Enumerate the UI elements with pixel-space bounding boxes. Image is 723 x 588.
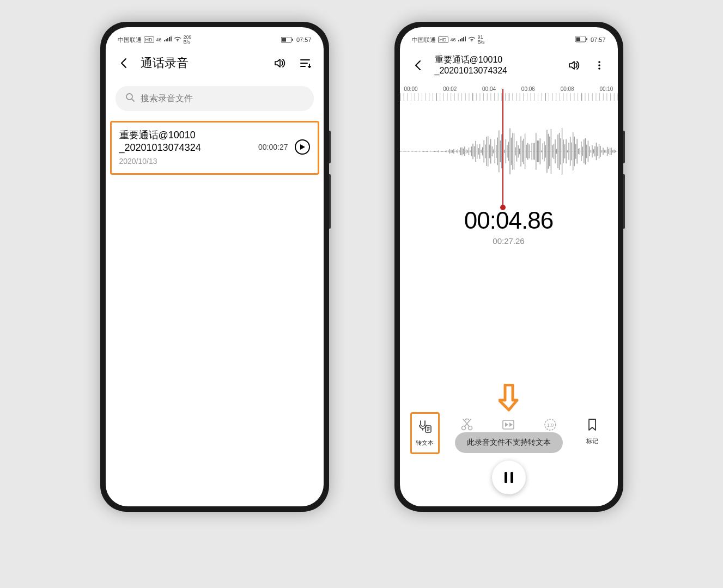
svg-point-7 [598, 61, 600, 63]
recording-list-item[interactable]: 重要通话@10010 _20201013074324 2020/10/13 00… [119, 129, 310, 166]
app-header: 重要通话@10010 _20201013074324 [400, 48, 618, 83]
ruler-tick-label: 00:02 [443, 86, 457, 92]
svg-rect-124 [555, 139, 555, 163]
svg-rect-157 [600, 146, 600, 157]
ruler-tick-label: 00:06 [521, 86, 535, 92]
svg-rect-168 [615, 150, 616, 152]
svg-rect-14 [404, 151, 404, 151]
svg-rect-136 [571, 142, 572, 160]
svg-rect-140 [576, 139, 577, 164]
svg-rect-80 [494, 139, 495, 163]
search-box[interactable] [116, 86, 314, 111]
search-input[interactable] [141, 94, 304, 103]
svg-rect-68 [478, 148, 478, 155]
svg-rect-49 [452, 150, 452, 152]
svg-rect-111 [537, 140, 537, 162]
timeline-ruler[interactable]: 00:00 00:02 00:04 00:06 00:08 00:10 [400, 83, 618, 101]
search-icon [125, 93, 135, 105]
svg-rect-148 [587, 140, 588, 162]
net-speed-unit: B/s [184, 39, 191, 45]
svg-rect-135 [569, 137, 570, 166]
phone-frame-left: 中国联通 HD 46 209 B/s 07:57 [100, 22, 329, 512]
svg-rect-139 [575, 144, 576, 158]
bookmark-button[interactable]: 标记 [578, 412, 607, 454]
playhead-indicator[interactable] [502, 89, 503, 208]
transcribe-button[interactable]: 转文本 [410, 412, 440, 454]
waveform-area[interactable] [400, 101, 618, 201]
svg-rect-119 [548, 133, 548, 168]
page-title: 重要通话@10010 _20201013074324 [435, 54, 558, 76]
svg-rect-145 [584, 139, 584, 163]
svg-rect-29 [424, 151, 425, 152]
svg-rect-100 [521, 140, 522, 162]
svg-rect-167 [613, 149, 614, 152]
svg-rect-112 [538, 140, 539, 162]
svg-rect-19 [411, 151, 411, 151]
hd-badge: HD [438, 36, 448, 43]
scissors-icon [460, 418, 474, 434]
svg-rect-48 [451, 149, 451, 152]
svg-rect-89 [507, 145, 507, 157]
svg-rect-129 [561, 128, 562, 175]
more-button[interactable] [591, 57, 608, 74]
back-button[interactable] [116, 54, 133, 72]
svg-rect-154 [596, 143, 596, 160]
speaker-button[interactable] [271, 54, 289, 72]
svg-rect-161 [605, 150, 606, 152]
svg-rect-126 [557, 134, 558, 168]
svg-rect-93 [512, 133, 513, 169]
waveform-icon [400, 113, 618, 189]
svg-rect-94 [513, 133, 514, 169]
pause-button[interactable] [492, 461, 526, 494]
back-button[interactable] [410, 57, 427, 74]
svg-rect-27 [422, 151, 422, 151]
svg-rect-98 [519, 149, 519, 154]
svg-rect-144 [582, 146, 582, 156]
total-time-label: 00:27.26 [400, 236, 618, 246]
svg-rect-142 [579, 148, 580, 155]
svg-rect-107 [531, 143, 532, 160]
svg-rect-12 [401, 151, 402, 151]
bookmark-icon [585, 418, 599, 434]
svg-rect-24 [417, 151, 418, 151]
svg-rect-37 [435, 151, 436, 152]
svg-rect-66 [475, 140, 476, 161]
svg-rect-115 [542, 143, 543, 159]
svg-point-9 [598, 68, 600, 70]
svg-text:1.0: 1.0 [547, 422, 554, 428]
svg-rect-102 [524, 133, 525, 169]
bottom-toolbar: 转文本 1.0 [400, 412, 618, 454]
recording-title-line2: _20201013074324 [119, 142, 201, 153]
svg-rect-133 [567, 150, 567, 152]
svg-rect-117 [545, 145, 545, 157]
svg-rect-53 [457, 149, 458, 154]
svg-rect-123 [553, 143, 554, 158]
svg-rect-156 [598, 144, 599, 158]
svg-rect-11 [400, 151, 400, 151]
svg-rect-43 [443, 151, 444, 151]
svg-rect-81 [496, 145, 496, 158]
skip-silence-icon [501, 418, 515, 434]
play-button[interactable] [295, 139, 310, 155]
sort-button[interactable] [296, 54, 314, 72]
speaker-button[interactable] [566, 57, 583, 74]
svg-rect-127 [558, 133, 559, 170]
svg-rect-95 [515, 147, 515, 155]
svg-rect-41 [441, 151, 441, 152]
svg-rect-146 [585, 138, 585, 164]
svg-rect-151 [592, 145, 592, 157]
svg-rect-22 [415, 151, 415, 151]
svg-rect-106 [530, 151, 531, 151]
svg-rect-96 [516, 141, 517, 162]
recording-date: 2020/10/13 [119, 157, 252, 166]
app-header: 通话录音 [106, 48, 324, 78]
svg-rect-84 [500, 140, 500, 162]
svg-rect-118 [546, 130, 547, 173]
svg-rect-2 [292, 39, 293, 41]
svg-rect-91 [509, 128, 510, 174]
svg-rect-141 [578, 149, 579, 154]
svg-rect-50 [453, 149, 454, 153]
svg-point-3 [126, 94, 132, 100]
svg-rect-30 [426, 151, 426, 152]
svg-rect-90 [508, 142, 508, 161]
